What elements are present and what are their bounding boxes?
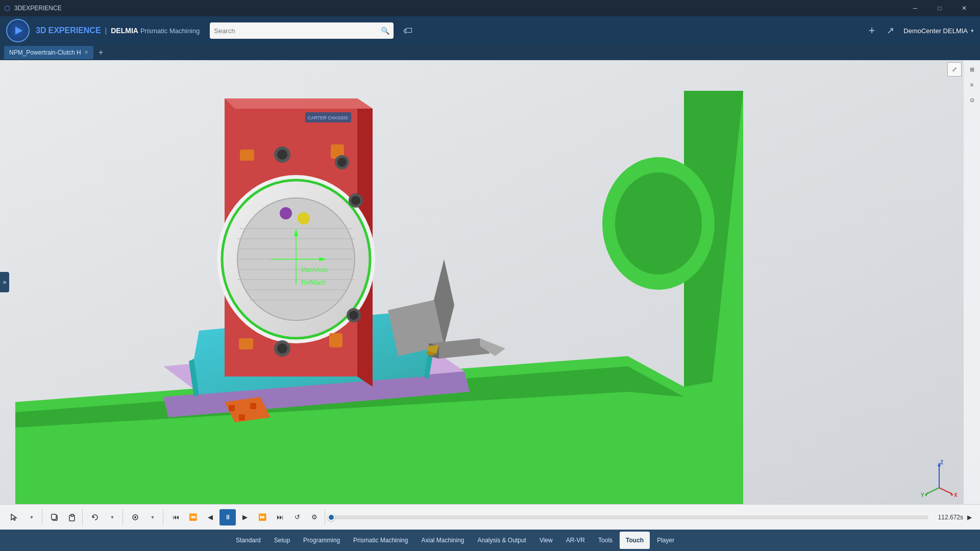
view-mode-dropdown[interactable]: ▼: [144, 509, 161, 525]
copy-button[interactable]: [46, 509, 63, 525]
minimize-button[interactable]: ─: [903, 0, 927, 16]
undo-dropdown[interactable]: ▼: [104, 509, 120, 525]
maximize-icon: ⤢: [952, 66, 957, 73]
titlebar-title: 3DEXPERIENCE: [14, 5, 62, 12]
svg-rect-76: [71, 514, 74, 516]
menu-tab-ar-vr[interactable]: AR-VR: [560, 532, 591, 549]
tab-label: NPM_Powertrain-Clutch H: [9, 49, 81, 56]
menu-tab-axial-machining[interactable]: Axial Machining: [415, 532, 470, 549]
select-tool-button[interactable]: [6, 509, 22, 525]
view-mode-button[interactable]: [127, 509, 143, 525]
undo-button[interactable]: [87, 509, 103, 525]
menu-tab-standard[interactable]: Standard: [230, 532, 267, 549]
header-right: + ↗ DemoCenter DELMIA ▾: [865, 23, 974, 38]
svg-point-4: [615, 172, 702, 274]
playback-settings-button[interactable]: ⚙: [306, 509, 323, 525]
svg-rect-74: [52, 514, 56, 519]
tab-bar: NPM_Powertrain-Clutch H ✕ +: [0, 45, 980, 60]
pause-button[interactable]: ⏸: [219, 509, 236, 525]
svg-point-79: [134, 516, 136, 518]
tag-button[interactable]: 🏷: [400, 22, 416, 39]
scene-viewport: MachAxis RefMach: [0, 60, 980, 504]
back-step-button[interactable]: ⏪: [185, 509, 201, 525]
brand-prismatic: Prismatic Machining: [140, 27, 200, 35]
user-profile[interactable]: DemoCenter DELMIA ▾: [903, 27, 974, 35]
header: 3D EXPERIENCE | DELMIA Prismatic Machini…: [0, 16, 980, 45]
title-bar: ⬡ 3DEXPERIENCE ─ □ ✕: [0, 0, 980, 16]
svg-rect-38: [239, 338, 253, 349]
timeline-track[interactable]: [331, 515, 928, 519]
menu-tab-setup[interactable]: Setup: [268, 532, 296, 549]
tab-close-button[interactable]: ✕: [84, 49, 88, 55]
main-area: MachAxis RefMach: [0, 60, 980, 504]
svg-rect-55: [239, 414, 245, 420]
svg-point-41: [277, 149, 287, 160]
right-panel-btn-1[interactable]: ⊞: [965, 62, 979, 77]
menu-tab-programming[interactable]: Programming: [297, 532, 346, 549]
viewport-maximize-button[interactable]: ⤢: [947, 62, 962, 77]
titlebar-controls: ─ □ ✕: [903, 0, 976, 16]
right-panel-btn-2[interactable]: ≡: [965, 78, 979, 92]
left-panel-toggle[interactable]: »: [0, 272, 9, 292]
svg-rect-54: [250, 403, 256, 409]
axis-indicator: Z X Y: [919, 457, 960, 498]
share-button[interactable]: ↗: [883, 23, 897, 38]
app-logo-button[interactable]: [6, 19, 30, 42]
to-start-button[interactable]: ⏮: [167, 509, 184, 525]
app-favicon-icon: ⬡: [4, 4, 10, 12]
viewport[interactable]: MachAxis RefMach: [0, 60, 980, 504]
search-icon[interactable]: 🔍: [381, 27, 389, 35]
new-tab-button[interactable]: +: [95, 47, 107, 58]
expand-icon: »: [3, 279, 7, 286]
svg-marker-70: [925, 492, 928, 496]
svg-rect-53: [229, 405, 235, 411]
play-button[interactable]: ▶: [237, 509, 253, 525]
search-bar: 🔍: [210, 22, 394, 39]
fwd-step-button[interactable]: ⏩: [254, 509, 271, 525]
close-button[interactable]: ✕: [952, 0, 976, 16]
add-button[interactable]: +: [865, 23, 879, 38]
brand-experience: EXPERIENCE: [48, 26, 101, 35]
svg-point-47: [349, 311, 358, 320]
right-panel: ⊞ ≡ ⊙: [964, 60, 980, 504]
svg-text:Y: Y: [921, 492, 924, 498]
svg-rect-39: [329, 333, 342, 347]
menu-tab-tools[interactable]: Tools: [592, 532, 619, 549]
menu-tabs: StandardSetupProgrammingPrismatic Machin…: [0, 530, 980, 551]
select-tool-dropdown[interactable]: ▼: [23, 509, 40, 525]
brand-3d: 3D: [36, 26, 46, 35]
timeline-thumb[interactable]: [328, 514, 335, 521]
to-end-button[interactable]: ⏭: [272, 509, 288, 525]
menu-tab-view[interactable]: View: [533, 532, 559, 549]
back-button[interactable]: ◀: [202, 509, 218, 525]
search-input[interactable]: [214, 27, 378, 35]
maximize-button[interactable]: □: [928, 0, 951, 16]
loop-button[interactable]: ↺: [289, 509, 305, 525]
svg-marker-72: [11, 514, 16, 520]
user-name: DemoCenter DELMIA: [903, 27, 968, 35]
brand-separator: |: [105, 27, 107, 35]
menu-tab-touch[interactable]: Touch: [620, 532, 650, 549]
paste-button[interactable]: [64, 509, 80, 525]
undo-tools: ▼: [85, 509, 123, 525]
svg-point-43: [337, 158, 347, 167]
svg-point-49: [277, 343, 287, 354]
menu-tab-analysis-and-output[interactable]: Analysis & Output: [472, 532, 532, 549]
svg-rect-36: [240, 149, 254, 161]
menu-tab-player[interactable]: Player: [651, 532, 680, 549]
menu-tab-prismatic-machining[interactable]: Prismatic Machining: [347, 532, 414, 549]
svg-point-50: [280, 207, 292, 219]
document-tab[interactable]: NPM_Powertrain-Clutch H ✕: [4, 46, 93, 59]
svg-line-69: [926, 488, 939, 494]
timeline-time: 112.672s: [933, 514, 963, 521]
brand-text: 3D EXPERIENCE | DELMIA Prismatic Machini…: [36, 26, 200, 35]
svg-line-66: [939, 488, 952, 494]
timeline-end-button[interactable]: ▶: [967, 514, 972, 521]
timeline-area: 112.672s ▶: [327, 514, 976, 521]
svg-text:MachAxis: MachAxis: [301, 266, 328, 273]
selection-tools: ▼: [4, 509, 42, 525]
svg-marker-67: [950, 492, 953, 496]
right-panel-btn-3[interactable]: ⊙: [965, 93, 979, 107]
svg-text:RefMach: RefMach: [301, 279, 326, 286]
svg-point-51: [298, 212, 310, 224]
